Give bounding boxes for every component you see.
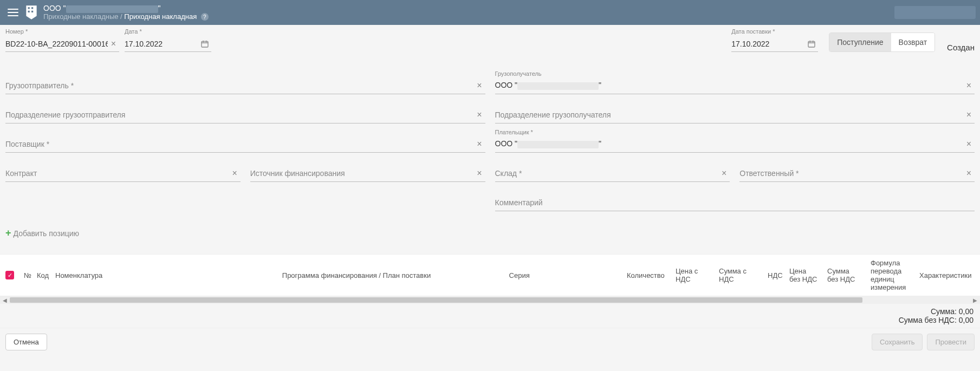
total-sum-novat: Сумма без НДС: 0,00 — [7, 316, 973, 324]
footer-bar: Отмена Сохранить Провести — [0, 328, 980, 356]
col-price-vat: Цена с НДС — [671, 267, 715, 283]
col-series: Серия — [505, 271, 622, 279]
col-nomen: Номенклатура — [51, 271, 278, 279]
responsible-field[interactable]: Ответственный *× — [739, 165, 975, 182]
status-label: Создан — [947, 43, 975, 52]
col-program: Программа финансирования / План поставки — [278, 271, 505, 279]
col-sum-novat: Сумма без НДС — [823, 267, 866, 283]
breadcrumb-current: Приходная накладная — [124, 12, 197, 21]
calendar-icon[interactable] — [805, 40, 818, 48]
number-label: Номер * — [5, 28, 119, 35]
scroll-right-icon[interactable]: ▶ — [971, 296, 979, 304]
toggle-return[interactable]: Возврат — [891, 33, 935, 51]
type-toggle: Поступление Возврат — [829, 32, 935, 52]
plus-icon: + — [5, 227, 11, 239]
consignee-dept-field[interactable]: Подразделение грузополучателя× — [495, 106, 975, 123]
delivery-date-input[interactable] — [731, 37, 805, 50]
supplier-field[interactable]: Поставщик *× — [5, 135, 485, 153]
warehouse-field[interactable]: Склад *× — [495, 165, 730, 182]
comment-field[interactable]: Комментарий — [495, 194, 975, 211]
calendar-icon[interactable] — [198, 40, 211, 48]
clear-icon[interactable]: × — [963, 110, 975, 120]
help-icon[interactable]: ? — [201, 13, 209, 21]
col-vat: НДС — [763, 271, 785, 279]
clear-icon[interactable]: × — [473, 81, 485, 90]
col-code: Код — [33, 271, 51, 279]
scroll-left-icon[interactable]: ◀ — [1, 296, 9, 304]
scroll-thumb[interactable] — [10, 297, 862, 303]
clear-icon[interactable]: × — [473, 168, 485, 178]
clear-icon[interactable]: × — [108, 39, 119, 49]
total-sum: Сумма: 0,00 — [7, 307, 973, 316]
shipper-dept-field[interactable]: Подразделение грузоотправителя× — [5, 106, 485, 123]
add-position-button[interactable]: + Добавить позицию — [5, 224, 975, 242]
header-right-placeholder — [894, 6, 976, 19]
clear-icon[interactable]: × — [473, 139, 485, 149]
col-formula: Формула перевода единиц измерения — [866, 259, 915, 291]
clear-icon[interactable]: × — [229, 168, 240, 178]
col-no: № — [20, 271, 33, 279]
clear-icon[interactable]: × — [963, 81, 975, 90]
col-chars: Характеристики — [915, 271, 975, 279]
breadcrumb-parent[interactable]: Приходные накладные — [43, 12, 118, 21]
number-input[interactable] — [5, 37, 108, 50]
org-name: ООО "" — [43, 4, 209, 12]
toggle-incoming[interactable]: Поступление — [829, 33, 891, 51]
horizontal-scrollbar[interactable]: ◀ ▶ — [0, 296, 980, 304]
date-label: Дата * — [125, 28, 211, 35]
svg-rect-0 — [202, 41, 208, 47]
menu-icon[interactable] — [4, 4, 22, 21]
select-all-checkbox[interactable] — [5, 271, 14, 279]
cancel-button[interactable]: Отмена — [5, 334, 47, 350]
col-price-novat: Цена без НДС — [785, 267, 823, 283]
app-logo-icon — [24, 4, 39, 21]
app-header: ООО "" Приходные накладные / Приходная н… — [0, 0, 980, 25]
save-button[interactable]: Сохранить — [872, 334, 923, 350]
clear-icon[interactable]: × — [963, 139, 975, 149]
clear-icon[interactable]: × — [718, 168, 730, 178]
delivery-date-label: Дата поставки * — [731, 28, 818, 35]
consignee-label: Грузополучатель — [495, 70, 542, 77]
payer-field[interactable]: ООО ""× — [495, 135, 975, 153]
contract-field[interactable]: Контракт× — [5, 165, 241, 182]
payer-label: Плательщик * — [495, 129, 533, 135]
svg-rect-1 — [808, 41, 815, 47]
date-input[interactable] — [125, 37, 198, 50]
clear-icon[interactable]: × — [473, 110, 485, 120]
funding-field[interactable]: Источник финансирования× — [250, 165, 485, 182]
consignee-field[interactable]: ООО ""× — [495, 77, 975, 94]
shipper-field[interactable]: Грузоотправитель *× — [5, 77, 485, 94]
table-header: № Код Номенклатура Программа финансирова… — [0, 254, 980, 296]
breadcrumb: Приходные накладные / Приходная накладна… — [43, 13, 209, 21]
post-button[interactable]: Провести — [927, 334, 975, 350]
col-sum-vat: Сумма с НДС — [715, 267, 763, 283]
clear-icon[interactable]: × — [963, 168, 975, 178]
col-qty: Количество — [622, 271, 671, 279]
